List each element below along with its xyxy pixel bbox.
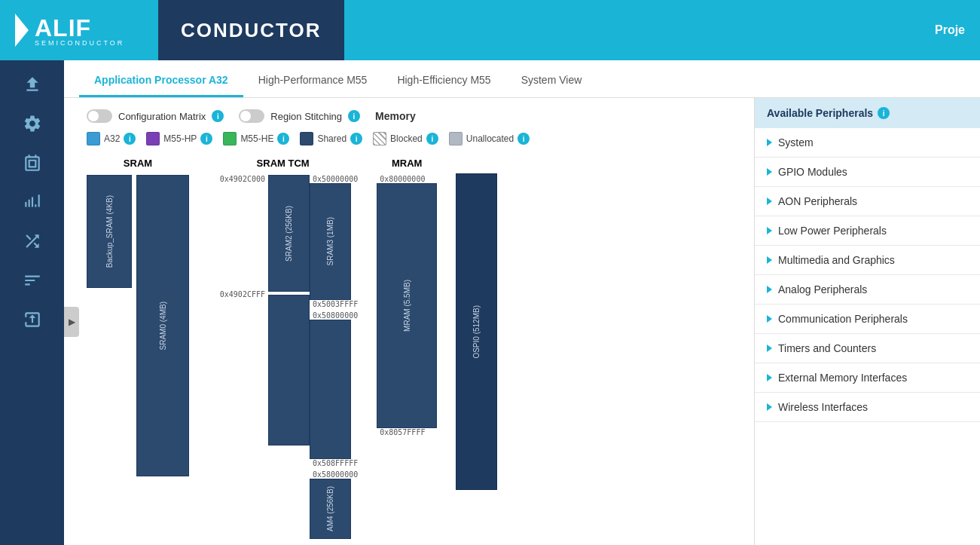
chevron-lowpower-icon [767,227,772,234]
addr-508fffff: 0x508FFFFF [310,459,358,467]
legend-blocked: Blocked i [373,132,438,145]
peripheral-gpio-label: GPIO Modules [778,166,847,178]
sidebar-icon-chip[interactable] [14,146,51,179]
tab-m55he[interactable]: High-Efficiency M55 [382,65,505,97]
legend-unallocated-label: Unallocated [466,133,514,144]
legend-unallocated-box [449,132,463,145]
available-peripherals-header: Available Peripherals i [755,98,980,128]
legend-a32-box [87,132,100,145]
memory-main-panel: Configuration Matrix i Region Stitching … [64,98,754,545]
legend-unallocated-info[interactable]: i [517,133,530,145]
panel-toggle-button[interactable]: ▶ [64,307,79,337]
sidebar-icon-upload[interactable] [14,68,51,101]
config-matrix-info-icon[interactable]: i [212,110,224,122]
sram2-block-top[interactable]: SRAM2 (256KB) [268,175,310,292]
peripheral-section-gpio: GPIO Modules [755,158,980,187]
legend-a32-info[interactable]: i [124,133,136,145]
region-stitching-label: Region Stitching [270,111,342,122]
sram0-col: SRAM0 (4MB) [136,175,189,476]
legend-shared-info[interactable]: i [350,133,362,145]
legend-m55he: M55-HE i [223,132,289,145]
right-panel: Available Peripherals i System GPIO Modu… [754,98,980,545]
legend-m55he-info[interactable]: i [277,133,289,145]
peripheral-section-aon: AON Peripherals [755,187,980,216]
sram-tcm-group: SRAM TCM 0x4902C000 0x4902CFFF SRAM2 (25… [208,158,358,539]
sram3-block-mid[interactable] [310,320,351,459]
legend-blocked-info[interactable]: i [426,133,438,145]
peripheral-section-comms-header[interactable]: Communication Peripherals [755,305,980,333]
logo-semiconductor: SEMICONDUCTOR [35,39,124,47]
sram3-block-top[interactable]: SRAM3 (1MB) [310,183,351,300]
sidebar-icon-signal[interactable] [14,185,51,219]
sidebar-icon-export[interactable] [14,303,51,336]
chevron-extmem-icon [767,374,772,381]
chevron-gpio-icon [767,168,772,176]
peripheral-section-multimedia-header[interactable]: Multimedia and Graphics [755,246,980,274]
peripheral-section-system-header[interactable]: System [755,128,980,157]
content-area: Application Processor A32 High-Performan… [64,60,980,545]
chevron-comms-icon [767,315,772,323]
mram-content: 0x80000000 MRAM (5.5MB) 0x8057FFFF [377,175,437,436]
mram-block[interactable]: MRAM (5.5MB) [377,183,437,428]
tab-a32[interactable]: Application Processor A32 [79,65,243,97]
tab-m55hp[interactable]: High-Performance M55 [243,65,383,97]
logo-triangle-icon [15,14,29,47]
peripheral-section-gpio-header[interactable]: GPIO Modules [755,158,980,186]
sram2-col: SRAM2 (256KB) [268,175,310,445]
peripheral-section-aon-header[interactable]: AON Peripherals [755,187,980,216]
sidebar-icon-shuffle[interactable] [14,225,51,258]
legend-shared: Shared i [300,132,362,145]
legend-m55he-label: M55-HE [240,133,273,144]
peripheral-section-lowpower-header[interactable]: Low Power Peripherals [755,216,980,245]
legend-m55hp-info[interactable]: i [200,133,212,145]
legend-unallocated: Unallocated i [449,132,530,145]
peripheral-lowpower-label: Low Power Peripherals [778,225,887,237]
peripherals-info-icon[interactable]: i [878,107,890,119]
project-label: Proje [935,23,965,37]
config-matrix-toggle-group: Configuration Matrix i [87,109,224,123]
backup-sram-block[interactable]: Backup_SRAM (4KB) [87,175,132,288]
sidebar-icon-sliders[interactable] [14,264,51,297]
peripheral-system-label: System [778,136,814,148]
legend-m55he-box [223,132,237,145]
peripheral-section-comms: Communication Peripherals [755,305,980,334]
region-stitching-info-icon[interactable]: i [348,110,360,122]
tab-sysview[interactable]: System View [506,65,597,97]
ospi-block[interactable]: OSPI0 (512MB) [456,173,497,490]
sram0-block[interactable]: SRAM0 (4MB) [136,175,189,476]
sram3-col-wrapper: 0x50000000 SRAM3 (1MB) 0x5003FFFF 0x5080… [310,175,358,539]
sram3-col: 0x50000000 SRAM3 (1MB) 0x5003FFFF 0x5080… [310,175,358,539]
peripheral-section-wireless-header[interactable]: Wireless Interfaces [755,393,980,421]
backup-sram-label: Backup_SRAM (4KB) [105,195,114,268]
sram-title: SRAM [124,158,152,169]
sram2-block-bottom[interactable] [268,295,310,445]
legend-m55hp: M55-HP i [146,132,212,145]
sram3-block-bot[interactable]: AM4 (256KB) [310,479,351,539]
legend-a32-label: A32 [104,133,120,144]
conductor-label: CONDUCTOR [181,19,322,42]
addr-5003ffff: 0x5003FFFF [310,300,358,308]
peripheral-section-extmem: External Memory Interfaces [755,363,980,393]
config-matrix-toggle[interactable] [87,109,112,123]
header: ALIF SEMICONDUCTOR CONDUCTOR Proje [0,0,980,60]
peripheral-extmem-label: External Memory Interfaces [778,372,907,384]
peripheral-section-analog-header[interactable]: Analog Peripherals [755,275,980,304]
peripheral-wireless-label: Wireless Interfaces [778,401,868,413]
config-matrix-label: Configuration Matrix [118,111,206,122]
peripheral-analog-label: Analog Peripherals [778,283,867,295]
chevron-multimedia-icon [767,256,772,264]
peripheral-aon-label: AON Peripherals [778,195,857,207]
memory-legend: A32 i M55-HP i M55-HE i [87,132,739,145]
addr-80000000: 0x80000000 [377,175,425,183]
region-stitching-toggle[interactable] [239,109,264,123]
sidebar-icon-settings[interactable] [14,107,51,140]
chevron-wireless-icon [767,403,772,411]
chevron-analog-icon [767,286,772,293]
logo-alif: ALIF [35,14,124,42]
sidebar [0,60,64,545]
peripheral-section-extmem-header[interactable]: External Memory Interfaces [755,363,980,392]
sram4-label: AM4 (256KB) [326,486,334,531]
memory-section-title: Memory [375,110,416,122]
peripheral-section-timers-header[interactable]: Timers and Counters [755,334,980,363]
backup-sram-col: Backup_SRAM (4KB) [87,175,132,288]
